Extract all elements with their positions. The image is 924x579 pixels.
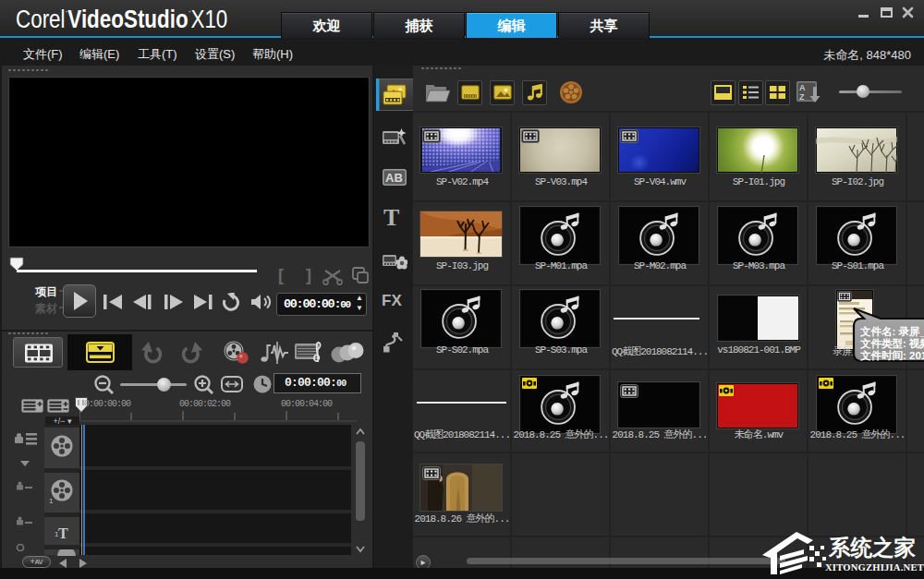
svg-text:T: T: [58, 525, 68, 541]
svg-text:XITONGZHIJIA.NET: XITONGZHIJIA.NET: [825, 562, 924, 573]
svg-text:文件名: 录屏_2018: 文件名: 录屏_2018: [860, 326, 924, 337]
svg-text:文件时间: 2018/8/2: 文件时间: 2018/8/2: [860, 350, 924, 361]
svg-text:Z: Z: [799, 92, 805, 102]
svg-text:AB: AB: [385, 171, 403, 185]
svg-text:A: A: [799, 83, 806, 92]
svg-text:系统之家: 系统之家: [828, 536, 917, 560]
svg-text:文件类型: 视频文件: 文件类型: 视频文件: [860, 338, 924, 350]
svg-text:1: 1: [49, 497, 54, 505]
